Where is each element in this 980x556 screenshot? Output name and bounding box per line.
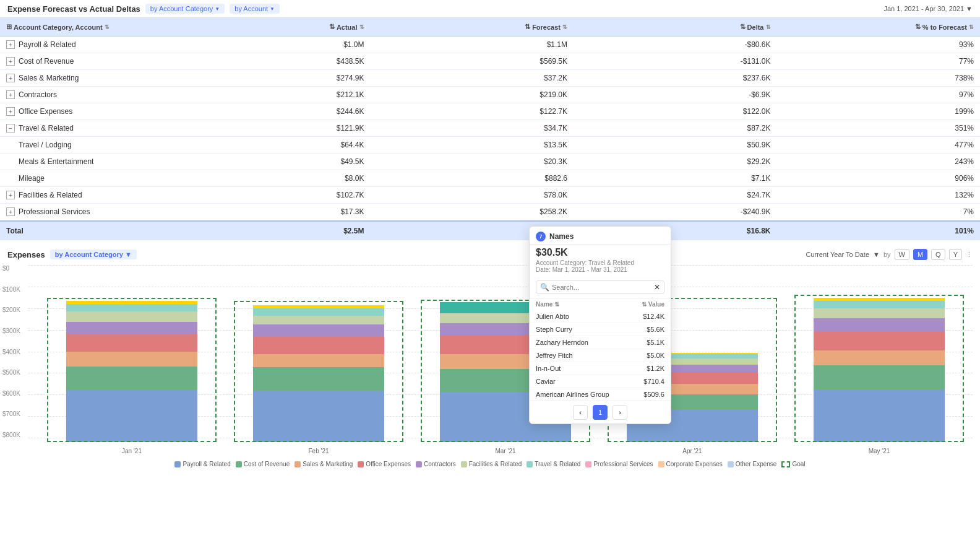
sort-icon[interactable]: ⇅ [554,301,559,308]
search-input[interactable] [552,284,651,291]
time-btn-w[interactable]: W [895,249,909,260]
tooltip-table-header: Name ⇅ ⇅ Value [530,298,671,310]
bar-group[interactable]: Jan '21 [38,265,225,442]
bar-segment [814,365,944,390]
row-actual: $212.1K [167,87,371,103]
bar-label: Jan '21 [122,448,142,454]
bar-group[interactable]: May '21 [786,265,973,442]
legend-item: Professional Services [585,461,653,467]
search-box[interactable]: 🔍 ✕ [536,280,664,294]
legend-dot [236,461,242,467]
row-name: Travel / Lodging [0,137,167,153]
row-forecast: $13.5K [371,137,574,153]
expand-btn[interactable]: + [6,107,15,116]
table-row: Meals & Entertainment$49.5K$20.3K$29.2K2… [0,154,980,170]
expenses-filter[interactable]: by Account Category ▼ [50,250,137,259]
bar-segment [253,367,384,391]
expand-btn[interactable]: + [6,191,15,199]
bar-segment [253,316,384,324]
row-delta: $29.2K [574,154,777,170]
row-name: Meals & Entertainment [0,154,167,170]
bar-segment [66,322,197,334]
tooltip-title-row: 7 Names [536,232,664,241]
chevron-down-icon: ▼ [270,6,275,12]
col-account[interactable]: ⊞ Account Category, Account ⇅ [0,18,167,36]
time-btn-q[interactable]: Q [931,249,945,260]
stacked-bar [66,301,197,442]
date-range[interactable]: Jan 1, 2021 - Apr 30, 2021 ▼ [883,5,973,12]
tooltip-header: 7 Names [530,227,671,245]
filter-account-category[interactable]: by Account Category ▼ [145,4,225,14]
row-delta: $7.1K [574,170,777,186]
bar-label: May '21 [869,448,890,454]
current-page-btn[interactable]: 1 [593,405,608,420]
row-delta: $237.6K [574,70,777,86]
row-actual: $121.9K [167,120,371,136]
next-page-btn[interactable]: › [612,405,627,420]
col-forecast[interactable]: ⇅ Forecast ⇅ [371,18,574,36]
bar-segment [66,304,197,311]
tooltip-rows: Julien Abto$12.4KSteph Curry$5.6KZachary… [530,310,671,401]
row-pct: 351% [777,120,981,136]
row-actual: $8.0K [167,170,371,186]
table-row: +Office Expenses$244.6K$122.7K$122.0K199… [0,103,980,120]
bar-segment [814,350,944,365]
bar-group[interactable]: Feb '21 [225,265,412,442]
legend-item: Facilities & Related [461,461,522,467]
bar-segment [66,334,197,352]
row-actual: $438.5K [167,53,371,69]
expand-btn[interactable]: + [6,57,15,66]
col-actual[interactable]: ⇅ Actual ⇅ [167,18,371,36]
bar-segment [814,389,944,442]
tooltip-badge: 7 [536,232,546,241]
close-icon[interactable]: ✕ [654,283,660,292]
row-name: +Professional Services [0,204,167,220]
prev-page-btn[interactable]: ‹ [573,405,588,420]
row-actual: $49.5K [167,154,371,170]
expand-btn[interactable]: + [6,40,15,49]
legend-dot [294,461,301,467]
row-name: −Travel & Related [0,120,167,136]
table-row: Mileage$8.0K$882.6$7.1K906% [0,170,980,187]
row-pct: 77% [777,53,981,69]
row-actual: $102.7K [167,187,371,203]
expand-btn[interactable]: + [6,74,15,82]
bar-label: Feb '21 [308,448,329,454]
collapse-btn[interactable]: − [6,124,15,132]
table-row: +Facilities & Related$102.7K$78.0K$24.7K… [0,187,980,204]
tooltip-row: Zachary Herndon$5.1K [530,336,671,349]
row-forecast: $258.2K [371,204,574,220]
more-icon[interactable]: ⋮ [966,251,973,259]
col-pct[interactable]: ⇅ % to Forecast ⇅ [777,18,981,36]
table-header: ⊞ Account Category, Account ⇅ ⇅ Actual ⇅… [0,18,980,37]
sort-icon: ⇅ [740,23,746,31]
table-row: +Payroll & Related$1.0M$1.1M-$80.6K93% [0,37,980,53]
row-delta: $122.0K [574,103,777,119]
chart-controls: Current Year To Date ▼ by W M Q Y ⋮ [806,249,973,260]
row-pct: 477% [777,137,981,153]
sort-icon[interactable]: ⇅ [642,301,648,308]
row-delta: $50.9K [574,137,777,153]
row-forecast: $34.7K [371,120,574,136]
row-forecast: $20.3K [371,154,574,170]
expand-btn[interactable]: + [6,90,15,99]
tooltip-row: American Airlines Group$509.6 [530,388,671,401]
sort-icon: ⇅ [329,23,335,31]
col-value-header: ⇅ Value [642,301,664,308]
bar-label: Apr '21 [682,448,702,454]
bar-segment [66,352,197,367]
sort-icon-5: ⇅ [969,24,974,30]
col-delta[interactable]: ⇅ Delta ⇅ [574,18,777,36]
col-name-header: Name ⇅ [536,301,642,308]
bar-segment [814,301,944,308]
row-name: +Sales & Marketing [0,70,167,86]
row-pct: 7% [777,204,981,220]
filter-by-account[interactable]: by Account ▼ [230,4,280,14]
chevron-down-icon: ▼ [215,6,220,12]
expand-btn[interactable]: + [6,207,15,216]
chevron-down-icon: ▼ [125,251,132,258]
time-btn-y[interactable]: Y [949,249,962,260]
time-btn-m[interactable]: M [913,249,927,260]
y-axis-labels: $800K $700K $600K $500K $400K $300K $200… [0,265,28,438]
bar-segment [66,311,197,322]
